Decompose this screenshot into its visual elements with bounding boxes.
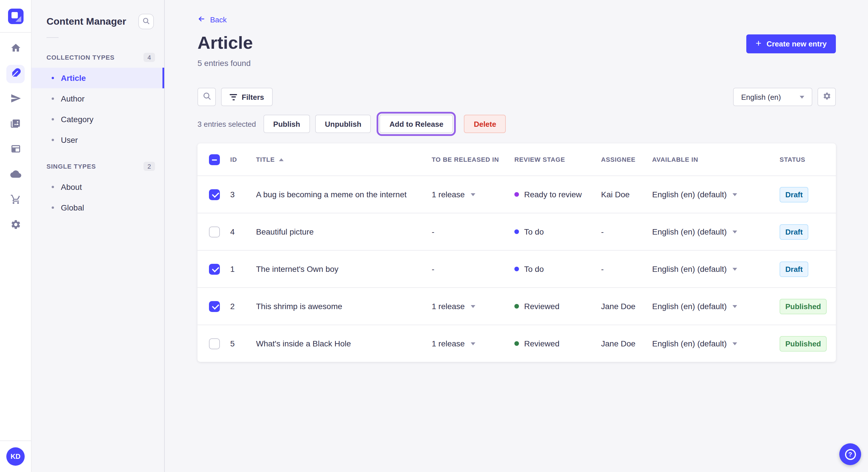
subnav-item-article[interactable]: Article	[32, 68, 164, 88]
gear-icon	[10, 219, 21, 232]
row-title: Beautiful picture	[256, 227, 314, 236]
nav-home-button[interactable]	[6, 40, 25, 58]
row-id: 3	[230, 190, 235, 199]
cell-release[interactable]: 1 release	[432, 339, 515, 348]
nav-settings-button[interactable]	[6, 216, 25, 235]
stage-label: Reviewed	[524, 339, 559, 348]
question-mark-icon: ?	[845, 449, 856, 460]
subnav-sections: COLLECTION TYPES4ArticleAuthorCategoryUs…	[32, 41, 164, 218]
view-settings-button[interactable]	[817, 88, 836, 106]
logo-area	[0, 0, 31, 33]
row-checkbox[interactable]	[209, 338, 220, 349]
subnav-item-label: Category	[61, 115, 94, 124]
chevron-down-icon	[800, 96, 804, 98]
subnav-section: COLLECTION TYPES4ArticleAuthorCategoryUs…	[32, 41, 164, 150]
column-header-title-sort[interactable]: TITLE	[256, 156, 432, 163]
chevron-down-icon	[470, 193, 475, 196]
subnav-item-category[interactable]: Category	[32, 109, 164, 130]
section-header: SINGLE TYPES2	[32, 150, 164, 177]
table-row[interactable]: 2This shrimp is awesome1 releaseReviewed…	[197, 287, 836, 325]
subnav-item-author[interactable]: Author	[32, 88, 164, 109]
publish-button[interactable]: Publish	[264, 115, 310, 133]
subnav-item-about[interactable]: About	[32, 177, 164, 197]
table-row[interactable]: 5What's inside a Black Hole1 releaseRevi…	[197, 325, 836, 362]
subnav-item-user[interactable]: User	[32, 130, 164, 150]
assignee-name: Jane Doe	[601, 339, 636, 348]
locale-select[interactable]: English (en)	[733, 88, 812, 106]
list-toolbar: Filters English (en)	[197, 88, 836, 106]
cell-available-in[interactable]: English (en) (default)	[652, 264, 780, 274]
content-manager-subnav: Content Manager COLLECTION TYPES4Article…	[32, 0, 165, 472]
create-entry-button[interactable]: + Create new entry	[747, 34, 836, 53]
main-content: Back Article + Create new entry 5 entrie…	[165, 0, 868, 472]
nav-cloud-button[interactable]	[6, 166, 25, 184]
images-icon	[10, 118, 21, 131]
cell-review-stage: Reviewed	[515, 339, 601, 348]
subnav-section: SINGLE TYPES2AboutGlobal	[32, 150, 164, 218]
plus-icon: +	[756, 38, 762, 48]
cell-available-in[interactable]: English (en) (default)	[652, 190, 780, 199]
divider	[46, 37, 59, 38]
help-button[interactable]: ?	[839, 443, 861, 465]
release-value: 1 release	[432, 190, 465, 199]
nav-content-type-builder-button[interactable]	[6, 140, 25, 159]
row-id: 2	[230, 302, 235, 311]
cell-available-in[interactable]: English (en) (default)	[652, 339, 780, 348]
cell-status: Draft	[780, 224, 836, 239]
cell-review-stage: To do	[515, 264, 601, 274]
nav-marketplace-button[interactable]	[6, 191, 25, 209]
subnav-title: Content Manager	[46, 16, 126, 27]
cell-title: The internet's Own boy	[256, 264, 432, 274]
row-title: What's inside a Black Hole	[256, 339, 351, 348]
section-count-badge: 2	[144, 162, 155, 171]
feather-icon	[10, 68, 21, 80]
subnav-item-label: Global	[61, 203, 84, 212]
table-row[interactable]: 3A bug is becoming a meme on the interne…	[197, 175, 836, 213]
nav-releases-button[interactable]	[6, 90, 25, 108]
row-checkbox[interactable]	[209, 226, 220, 237]
subnav-search-button[interactable]	[138, 14, 154, 29]
row-checkbox[interactable]	[209, 189, 220, 200]
row-checkbox[interactable]	[209, 264, 220, 274]
row-title: A bug is becoming a meme on the internet	[256, 190, 407, 199]
nav-media-library-button[interactable]	[6, 115, 25, 134]
bullet-icon	[52, 77, 54, 79]
cell-assignee: Kai Doe	[601, 190, 652, 199]
nav-content-manager-button[interactable]	[6, 65, 25, 83]
section-header: COLLECTION TYPES4	[32, 41, 164, 68]
row-select-cell	[197, 301, 230, 312]
cell-available-in[interactable]: English (en) (default)	[652, 302, 780, 311]
user-avatar[interactable]: KD	[6, 447, 25, 466]
unpublish-button[interactable]: Unpublish	[315, 115, 371, 133]
chevron-down-icon	[470, 342, 475, 345]
cell-assignee: Jane Doe	[601, 302, 652, 311]
delete-button[interactable]: Delete	[464, 115, 506, 133]
table-row[interactable]: 1The internet's Own boy-To do-English (e…	[197, 250, 836, 287]
release-value: 1 release	[432, 302, 465, 311]
status-badge: Draft	[780, 187, 809, 202]
cell-title: A bug is becoming a meme on the internet	[256, 190, 432, 199]
cell-assignee: -	[601, 227, 652, 236]
table-row[interactable]: 4Beautiful picture-To do-English (en) (d…	[197, 213, 836, 250]
chevron-down-icon	[733, 193, 737, 196]
cell-id: 4	[230, 227, 256, 236]
row-title: This shrimp is awesome	[256, 302, 342, 311]
section-label: COLLECTION TYPES	[46, 54, 115, 61]
chevron-down-icon	[733, 230, 737, 233]
select-all-checkbox[interactable]	[209, 154, 220, 165]
gear-icon	[823, 92, 831, 102]
subnav-item-global[interactable]: Global	[32, 197, 164, 218]
cell-release[interactable]: 1 release	[432, 302, 515, 311]
strapi-logo[interactable]	[8, 8, 23, 24]
cell-available-in[interactable]: English (en) (default)	[652, 227, 780, 236]
paper-plane-icon	[10, 93, 21, 105]
back-link[interactable]: Back	[197, 15, 227, 25]
row-checkbox[interactable]	[209, 301, 220, 312]
cell-assignee: -	[601, 264, 652, 274]
add-to-release-button[interactable]: Add to Release	[380, 115, 453, 133]
bullet-icon	[52, 139, 54, 141]
cell-id: 3	[230, 190, 256, 199]
cell-release[interactable]: 1 release	[432, 190, 515, 199]
search-entries-button[interactable]	[197, 88, 216, 106]
filters-button[interactable]: Filters	[221, 88, 273, 106]
